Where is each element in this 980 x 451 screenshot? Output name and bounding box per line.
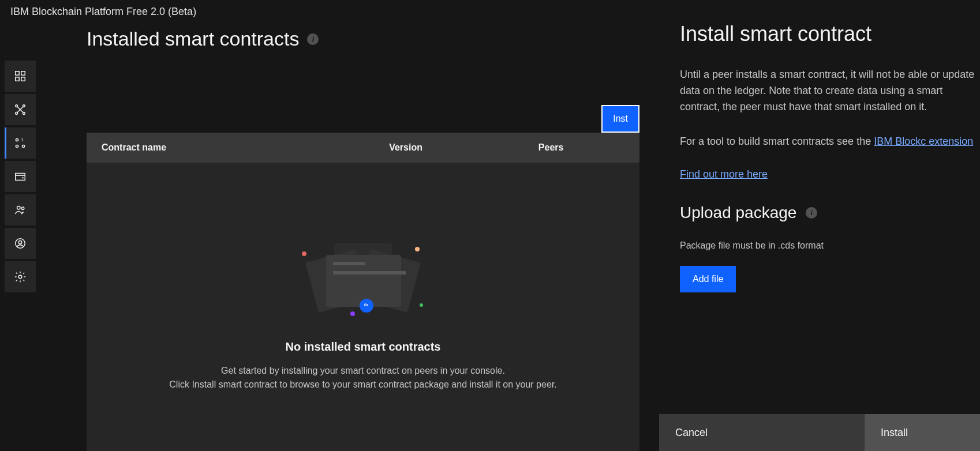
svg-point-8 [16, 138, 18, 141]
svg-rect-2 [16, 77, 19, 81]
empty-state-line2: Click Install smart contract to browse t… [169, 378, 556, 392]
gear-icon [14, 270, 27, 283]
svg-point-18 [18, 275, 22, 279]
svg-point-11 [22, 145, 24, 147]
panel-description: Until a peer installs a smart contract, … [680, 67, 980, 115]
install-side-panel: Install smart contract Until a peer inst… [659, 22, 980, 451]
user-icon [14, 237, 27, 250]
page-header: Installed smart contracts i [87, 23, 639, 66]
wallet-icon [14, 170, 27, 183]
svg-rect-3 [21, 77, 25, 81]
svg-rect-12 [16, 174, 25, 181]
upload-hint: Package file must be in .cds format [680, 240, 980, 251]
svg-point-13 [22, 177, 23, 178]
smart-contracts-icon: 1 [14, 137, 27, 149]
svg-point-7 [23, 112, 25, 115]
empty-state: ⁰¹ No installed smart contracts Get star… [87, 163, 639, 451]
page-title: Installed smart contracts [87, 28, 299, 50]
empty-state-title: No installed smart contracts [286, 340, 441, 354]
svg-point-14 [17, 206, 21, 210]
column-peers: Peers [523, 142, 639, 153]
sidebar-item-settings[interactable] [5, 261, 36, 292]
table-header: Contract name Version Peers [87, 133, 639, 163]
sidebar-item-user[interactable] [5, 228, 36, 259]
sidebar-item-nodes[interactable] [5, 94, 36, 125]
svg-point-10 [16, 145, 18, 147]
vscode-extension-link[interactable]: IBM Blockc extension [874, 136, 973, 147]
cancel-button[interactable]: Cancel [659, 414, 865, 451]
sidebar-item-dashboard[interactable] [5, 61, 36, 92]
grid-icon [14, 70, 27, 82]
empty-illustration: ⁰¹ [300, 232, 427, 318]
main-content: Installed smart contracts i Inst Contrac… [87, 23, 639, 451]
info-icon[interactable]: i [806, 207, 817, 219]
svg-rect-1 [21, 72, 25, 75]
find-out-more-link[interactable]: Find out more here [680, 168, 768, 180]
upload-section-title: Upload package [680, 204, 796, 222]
empty-state-line1: Get started by installing your smart con… [221, 364, 505, 378]
svg-point-5 [23, 105, 25, 107]
panel-tool-prefix: For a tool to build smart contracts see … [680, 136, 874, 147]
network-icon [14, 103, 27, 116]
sidebar-item-wallet[interactable] [5, 161, 36, 192]
svg-rect-0 [16, 72, 19, 75]
install-smart-contract-button[interactable]: Inst [601, 105, 639, 133]
sidebar: 1 [5, 61, 36, 292]
people-icon [14, 204, 27, 216]
contracts-badge-icon: ⁰¹ [360, 299, 373, 313]
column-version: Version [374, 142, 523, 153]
svg-point-17 [18, 240, 22, 244]
panel-footer: Cancel Install [659, 414, 980, 451]
svg-text:1: 1 [21, 137, 24, 142]
panel-tool-line: For a tool to build smart contracts see … [680, 134, 980, 150]
svg-point-6 [16, 112, 18, 115]
install-button[interactable]: Install [865, 414, 980, 451]
sidebar-item-smart-contracts[interactable]: 1 [5, 127, 36, 159]
panel-title: Install smart contract [680, 22, 980, 46]
contracts-table: Contract name Version Peers ⁰¹ No instal… [87, 133, 639, 451]
column-contract-name: Contract name [87, 142, 374, 153]
svg-point-4 [16, 105, 18, 107]
sidebar-item-organizations[interactable] [5, 194, 36, 226]
info-icon[interactable]: i [307, 33, 319, 45]
add-file-button[interactable]: Add file [680, 266, 736, 292]
app-title: IBM Blockchain Platform Free 2.0 (Beta) [0, 0, 980, 24]
svg-point-15 [21, 207, 24, 209]
